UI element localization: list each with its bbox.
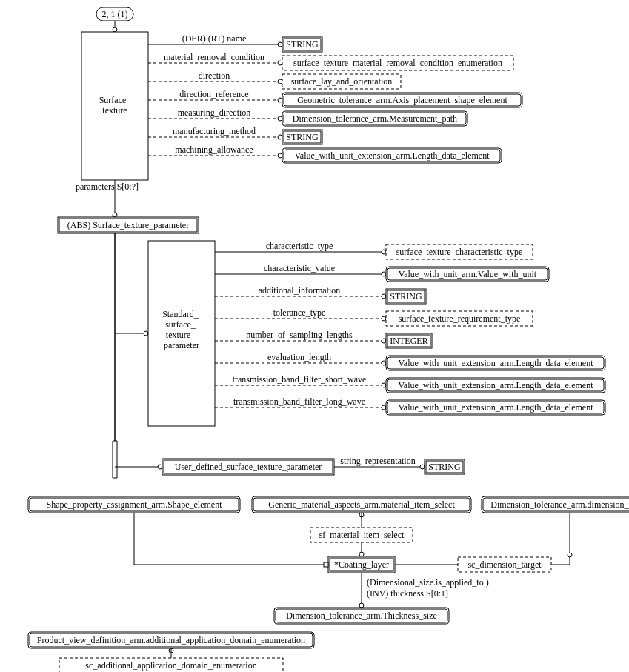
svg-point-43 <box>144 331 148 336</box>
svg-text:Value_with_unit_extension_arm.: Value_with_unit_extension_arm.Length_dat… <box>295 150 490 161</box>
type-string-2: STRING <box>282 130 322 144</box>
inv-line2: (INV) thickness S[0:1] <box>367 588 448 599</box>
svg-point-125 <box>359 603 364 608</box>
svg-point-10 <box>278 61 282 65</box>
svg-point-52 <box>382 272 386 276</box>
sstp-a3: additional_information <box>259 285 341 296</box>
type-length-data-1: Value_with_unit_extension_arm.Length_dat… <box>282 148 502 163</box>
svg-point-48 <box>382 250 386 254</box>
sstp-t6: Value_with_unit_extension_arm.Length_dat… <box>386 356 605 370</box>
svg-point-57 <box>382 294 386 299</box>
gma-entity: Generic_material_aspects_arm.material_it… <box>252 496 471 513</box>
st-params: parameters S[0:?] <box>76 182 139 192</box>
svg-point-76 <box>382 383 386 387</box>
svg-text:Dimension_tolerance_arm.Thickn: Dimension_tolerance_arm.Thickness_size <box>286 611 437 621</box>
svg-text:(ABS) Surface_texture_paramete: (ABS) Surface_texture_parameter <box>67 220 189 230</box>
scdt-type: sc_dimension_target <box>458 557 551 572</box>
svg-point-121 <box>568 553 572 557</box>
svg-point-38 <box>113 213 117 217</box>
type-geom-tol: Geometric_tolerance_arm.Axis_placement_s… <box>282 93 522 107</box>
sstp-t7: Value_with_unit_extension_arm.Length_dat… <box>386 378 605 393</box>
udstp-attr: string_representation <box>340 456 415 466</box>
svg-point-5 <box>278 42 282 47</box>
inv-line1: (Dimensional_size.is_applied_to ) <box>367 577 489 588</box>
svg-text:Value_with_unit_extension_arm.: Value_with_unit_extension_arm.Length_dat… <box>399 380 594 390</box>
svg-text:surface_texture_requirement_ty: surface_texture_requirement_type <box>399 313 521 324</box>
svg-point-28 <box>278 135 282 139</box>
svg-text:surface_lay_and_orientation: surface_lay_and_orientation <box>291 76 393 87</box>
svg-point-33 <box>278 153 282 158</box>
st-attr-direction: direction <box>199 70 230 81</box>
sstp-t4: surface_texture_requirement_type <box>386 311 533 326</box>
svg-point-62 <box>382 316 386 321</box>
sstp-t5: INTEGER <box>386 333 432 348</box>
svg-text:Geometric_tolerance_arm.Axis_p: Geometric_tolerance_arm.Axis_placement_s… <box>297 95 507 105</box>
st-attr-mm: manufacturing_method <box>173 126 256 136</box>
svg-text:Standard_
      surface_
     : Standard_ surface_ texture_ parameter <box>162 309 201 350</box>
spa-entity: Shape_property_assignment_arm.Shape_elem… <box>28 496 240 513</box>
abs-stp-entity: (ABS) Surface_texture_parameter <box>58 217 199 233</box>
st-attr-ma: machining_allowance <box>175 144 253 155</box>
page-ref: 2, 1 (1) <box>102 9 128 19</box>
sstp-t2: Value_with_unit_arm.Value_with_unit <box>386 267 549 282</box>
svg-text:STRING: STRING <box>390 291 422 302</box>
sstp-entity: Standard_ surface_ texture_ parameter <box>148 241 215 426</box>
udstp-entity: User_defined_surface_texture_parameter <box>162 459 334 475</box>
dtd-entity: Dimension_tolerance_arm.dimension_target <box>482 496 629 513</box>
sstp-t3: STRING <box>386 289 426 304</box>
sstp-t1: surface_texture_characteristic_type <box>386 244 533 259</box>
svg-point-14 <box>278 79 282 84</box>
pvd-entity: Product_view_definition_arm.additional_a… <box>28 632 314 648</box>
type-lay-orient: surface_lay_and_orientation <box>282 74 401 89</box>
udstp-string: STRING <box>425 459 465 474</box>
sstp-a4: tolerance_type <box>273 307 326 318</box>
svg-point-23 <box>278 116 282 121</box>
svg-rect-116 <box>324 562 328 567</box>
svg-text:Value_with_unit_extension_arm.: Value_with_unit_extension_arm.Length_dat… <box>399 402 594 413</box>
svg-text:sc_additional_application_doma: sc_additional_application_domain_enumera… <box>85 660 256 671</box>
svg-text:Value_with_unit_extension_arm.: Value_with_unit_extension_arm.Length_dat… <box>399 358 594 368</box>
svg-point-110 <box>359 552 364 556</box>
sstp-a1: characteristic_type <box>266 241 333 251</box>
surface-texture-entity: Surface_texture <box>81 32 148 180</box>
svg-text:Shape_property_assignment_arm.: Shape_property_assignment_arm.Shape_elem… <box>47 499 223 510</box>
svg-text:User_defined_surface_texture_p: User_defined_surface_texture_parameter <box>175 462 322 472</box>
svg-text:STRING: STRING <box>286 132 319 142</box>
svg-point-66 <box>382 339 386 343</box>
svg-point-87 <box>158 465 162 469</box>
svg-point-18 <box>278 98 282 102</box>
svg-text:INTEGER: INTEGER <box>390 336 427 346</box>
svg-point-71 <box>382 361 386 365</box>
dtt-entity: Dimension_tolerance_arm.Thickness_size <box>274 608 449 624</box>
type-mrc-enum: surface_texture_material_removal_conditi… <box>282 56 513 70</box>
svg-text:STRING: STRING <box>428 462 461 472</box>
svg-text:surface_texture_characteristic: surface_texture_characteristic_type <box>396 247 523 257</box>
svg-text:Generic_material_aspects_arm.m: Generic_material_aspects_arm.material_it… <box>268 499 455 510</box>
svg-text:Dimension_tolerance_arm.dimens: Dimension_tolerance_arm.dimension_target <box>490 499 629 510</box>
svg-text:surface_texture_material_remov: surface_texture_material_removal_conditi… <box>293 58 502 68</box>
st-attr-name: (DER) (RT) name <box>182 33 247 44</box>
svg-text:Value_with_unit_arm.Value_with: Value_with_unit_arm.Value_with_unit <box>399 269 537 279</box>
scad-type: sc_additional_application_domain_enumera… <box>59 658 283 672</box>
sfmis-type: sf_material_item_select <box>310 528 413 542</box>
svg-text:sf_material_item_select: sf_material_item_select <box>319 530 405 540</box>
svg-text:Product_view_definition_arm.ad: Product_view_definition_arm.additional_a… <box>37 635 305 645</box>
sstp-a7: transmission_band_filter_short_wave <box>233 374 367 385</box>
svg-point-92 <box>420 465 425 469</box>
svg-point-1 <box>113 27 117 32</box>
st-attr-dirref: direction_reference <box>179 89 248 99</box>
svg-point-81 <box>382 405 386 410</box>
sstp-a5: number_of_sampling_lengths <box>246 330 353 340</box>
sstp-a8: transmission_band_filter_long_wave <box>233 396 365 407</box>
sstp-a6: evaluation_length <box>267 352 331 362</box>
st-attr-mrc: material_removal_condition <box>164 52 264 62</box>
st-attr-mdir: measuring_direction <box>178 107 251 118</box>
svg-text:STRING: STRING <box>286 39 319 50</box>
svg-text:sc_dimension_target: sc_dimension_target <box>467 559 542 570</box>
sstp-a2: characteristic_value <box>264 263 335 273</box>
type-string-1: STRING <box>282 37 322 52</box>
sstp-t8: Value_with_unit_extension_arm.Length_dat… <box>386 400 605 415</box>
svg-text:*Coating_layer: *Coating_layer <box>334 559 389 570</box>
svg-text:Surface_texture: Surface_texture <box>99 95 132 116</box>
coating-layer-entity: *Coating_layer <box>328 556 395 573</box>
